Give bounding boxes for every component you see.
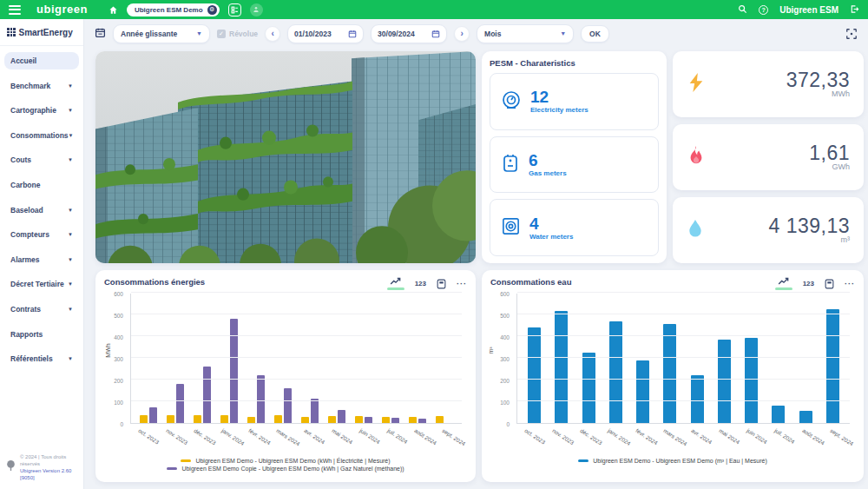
bar[interactable] [691,375,704,423]
revolue-checkbox: ✓ Révolue [217,30,258,38]
version-text[interactable]: Ubigreen Version 2.60 [9050] [20,467,79,481]
bar[interactable] [247,417,255,423]
more-options-icon[interactable]: ··· [845,280,855,288]
bar[interactable] [355,416,363,423]
start-date-input[interactable]: 01/10/2023 [287,24,364,43]
app-title: SmartEnergy [19,28,73,37]
sidebar-item-alarmes[interactable]: Alarmes▼ [4,251,79,268]
search-icon[interactable] [738,2,747,17]
bar[interactable] [418,419,426,423]
sidebar-item-rapports[interactable]: Rapports [4,326,79,343]
next-period-button[interactable]: › [454,26,470,42]
bar[interactable] [230,319,238,423]
calendar-icon[interactable] [95,26,106,42]
help-icon[interactable]: ? [759,5,768,15]
bar[interactable] [528,327,541,423]
sidebar-item-benchmark[interactable]: Benchmark▼ [4,77,79,95]
sidebar-item-couts[interactable]: Couts▼ [4,151,79,169]
previous-period-button[interactable]: ‹ [265,26,280,42]
bar[interactable] [609,321,622,423]
bar[interactable] [149,407,157,423]
bar[interactable] [663,324,676,423]
bar[interactable] [176,384,184,423]
bar[interactable] [338,410,345,423]
apps-grid-icon[interactable] [7,28,16,36]
water-drop-icon [687,217,704,243]
ubigreen-logo: ubigreen [36,3,88,16]
sidebar-item-decret-tertiaire[interactable]: Décret Tertiaire▼ [4,275,79,293]
legend-label: Ubigreen ESM Demo - Ubigreen ESM Demo (m… [593,458,766,464]
bar[interactable] [220,415,228,423]
gas-kpi-card[interactable]: 1,61 GWh [673,124,864,190]
y-tick-label: 100 [114,400,123,406]
water-kpi-card[interactable]: 4 139,13 m³ [673,197,864,263]
y-tick-label: 300 [114,356,123,362]
bar[interactable] [257,375,265,423]
bar[interactable] [301,417,309,423]
bar[interactable] [745,338,758,423]
sidebar-item-label: Carbone [10,181,40,189]
bar[interactable] [203,367,211,423]
line-chart-view-icon[interactable] [387,277,404,290]
home-icon[interactable] [108,5,118,15]
bar[interactable] [582,353,595,423]
legend-item: Ubigreen ESM Demo Copie - Ubigreen ESM D… [167,466,404,472]
bar[interactable] [555,311,568,423]
logout-icon[interactable] [850,2,859,17]
end-date-input[interactable]: 30/09/2024 [371,24,447,43]
legend-swatch [578,459,589,462]
ok-button[interactable]: OK [581,25,609,43]
granularity-select[interactable]: Mois ▼ [477,24,574,43]
bar[interactable] [391,418,399,423]
bar[interactable] [274,415,282,423]
bar[interactable] [436,416,444,423]
bar[interactable] [194,415,201,423]
hierarchy-icon[interactable] [228,3,241,17]
sidebar-item-referentiels[interactable]: Référentiels▼ [4,350,79,367]
electricity-meters-card[interactable]: 12 Electricity meters [490,73,659,130]
bar[interactable] [826,309,839,423]
bar[interactable] [382,417,390,423]
hamburger-menu-icon[interactable] [9,5,21,15]
bar[interactable] [140,415,148,423]
bar[interactable] [365,417,372,423]
water-meters-card[interactable]: 4 Water meters [490,199,659,256]
bar[interactable] [328,416,336,423]
electricity-kpi-card[interactable]: 372,33 MWh [673,51,864,117]
bar[interactable] [311,399,319,423]
sidebar-item-accueil[interactable]: Accueil [4,52,79,69]
sidebar-nav: AccueilBenchmark▼Cartographie▼Consommati… [0,46,83,448]
site-selector-pill[interactable]: Ubigreen ESM Demo ⚙ [127,3,220,17]
bar[interactable] [284,388,292,423]
bar[interactable] [167,415,174,423]
sidebar-item-compteurs[interactable]: Compteurs▼ [4,226,79,243]
bar[interactable] [772,406,785,423]
legend-item: Ubigreen ESM Demo - Ubigreen ESM Demo (m… [578,458,766,464]
gas-meters-card[interactable]: 6 Gas meters [490,136,659,194]
x-tick-label: mai 2024 [718,427,740,445]
sidebar-item-consommations[interactable]: Consommations▼ [4,127,79,144]
more-options-icon[interactable]: ··· [457,280,467,288]
sidebar-item-carbone[interactable]: Carbone [4,176,79,194]
bar[interactable] [409,417,417,423]
x-tick-label: sept. 2024 [829,427,854,446]
sidebar-item-cartographie[interactable]: Cartographie▼ [4,102,79,119]
numeric-view-icon[interactable]: 123 [803,280,814,287]
period-select[interactable]: Année glissante ▼ [113,24,210,43]
user-account-label[interactable]: Ubigreen ESM [779,5,838,15]
settings-badge-icon[interactable]: ⚙ [207,5,217,15]
sidebar-item-contrats[interactable]: Contrats▼ [4,301,79,318]
bar[interactable] [718,340,731,423]
calculator-icon[interactable] [437,279,446,289]
water-meters-label: Water meters [529,233,573,241]
numeric-view-icon[interactable]: 123 [415,280,426,287]
fullscreen-focus-icon[interactable] [845,28,858,40]
bar[interactable] [636,360,649,423]
start-date-value: 01/10/2023 [294,30,332,38]
sidebar-item-label: Couts [10,155,31,164]
chart-legend: Ubigreen ESM Demo - Ubigreen ESM Demo (m… [490,458,855,464]
sidebar-item-baseload[interactable]: Baseload▼ [4,202,79,219]
line-chart-view-icon[interactable] [775,277,792,290]
bar[interactable] [799,411,812,423]
calculator-icon[interactable] [825,279,834,289]
